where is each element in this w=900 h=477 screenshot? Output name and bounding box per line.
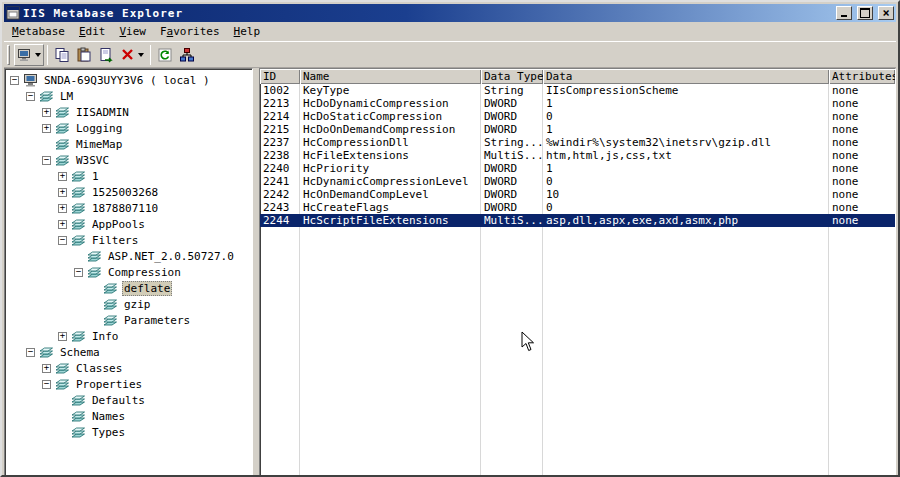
tree-item-label: deflate xyxy=(122,281,172,296)
collapse-icon[interactable] xyxy=(10,76,19,85)
menu-label: dit xyxy=(86,25,106,38)
tree-item-schema[interactable]: Schema xyxy=(6,344,252,360)
column-header-attributes[interactable]: Attributes xyxy=(829,69,895,84)
title-bar[interactable]: IIS Metabase Explorer xyxy=(4,4,896,22)
tree-item-lm[interactable]: LM xyxy=(6,88,252,104)
collapse-icon[interactable] xyxy=(26,92,35,101)
table-row[interactable]: 2215HcDoOnDemandCompressionDWORD1none xyxy=(260,123,895,136)
menu-label: F xyxy=(160,25,167,38)
cell-id: 2215 xyxy=(260,123,300,136)
close-button[interactable] xyxy=(878,6,894,20)
expand-icon[interactable] xyxy=(58,204,67,213)
tree-item-1[interactable]: 1 xyxy=(6,168,252,184)
cell-name: HcFileExtensions xyxy=(300,149,481,162)
collapse-icon[interactable] xyxy=(42,380,51,389)
delete-button[interactable] xyxy=(117,44,147,66)
tree-item-label: gzip xyxy=(122,298,153,311)
tree-item-compression[interactable]: Compression xyxy=(6,264,252,280)
table-row[interactable]: 2214HcDoStaticCompressionDWORD0none xyxy=(260,110,895,123)
tree-item-label: 1 xyxy=(90,170,101,183)
tree-item-parameters[interactable]: Parameters xyxy=(6,312,252,328)
tree-item-apppools[interactable]: AppPools xyxy=(6,216,252,232)
expand-icon[interactable] xyxy=(58,172,67,181)
table-row[interactable]: 2242HcOnDemandCompLevelDWORD10none xyxy=(260,188,895,201)
expand-icon[interactable] xyxy=(42,124,51,133)
cell-attributes: none xyxy=(829,214,895,227)
tree-item-classes[interactable]: Classes xyxy=(6,360,252,376)
collapse-icon[interactable] xyxy=(58,236,67,245)
tree-item-aspnet[interactable]: ASP.NET_2.0.50727.0 xyxy=(6,248,252,264)
toolbar-grip[interactable] xyxy=(7,45,10,65)
cell-data: 0 xyxy=(543,110,829,123)
expand-icon[interactable] xyxy=(58,188,67,197)
tree-item-deflate[interactable]: deflate xyxy=(6,280,252,296)
table-row[interactable]: 1002KeyTypeStringIIsCompressionSchemenon… xyxy=(260,84,895,97)
metabase-tree: SNDA-69Q3UYY3V6 ( local ) LM IISADMIN Lo… xyxy=(4,68,253,477)
collapse-icon[interactable] xyxy=(26,348,35,357)
tree-item-filters[interactable]: Filters xyxy=(6,232,252,248)
cell-name: HcDoStaticCompression xyxy=(300,110,481,123)
table-row[interactable]: 2241HcDynamicCompressionLevelDWORD0none xyxy=(260,175,895,188)
tree-item-defaults[interactable]: Defaults xyxy=(6,392,252,408)
table-row[interactable]: 2238HcFileExtensionsMultiS...htm,html,js… xyxy=(260,149,895,162)
tree-item-gzip[interactable]: gzip xyxy=(6,296,252,312)
cell-attributes: none xyxy=(829,136,895,149)
tree-item-info[interactable]: Info xyxy=(6,328,252,344)
cell-data: 0 xyxy=(543,175,829,188)
table-row[interactable]: 2240HcPriorityDWORD1none xyxy=(260,162,895,175)
cell-data: IIsCompressionScheme xyxy=(543,84,829,97)
column-header-data[interactable]: Data xyxy=(543,69,829,84)
tree-item-mimemap[interactable]: MimeMap xyxy=(6,136,252,152)
db-icon xyxy=(55,153,71,167)
menu-label: vorites xyxy=(173,25,219,38)
column-header-data-type[interactable]: Data Type xyxy=(481,69,543,84)
expand-icon[interactable] xyxy=(42,108,51,117)
table-row[interactable]: 2213HcDoDynamicCompressionDWORD1none xyxy=(260,97,895,110)
column-header-name[interactable]: Name xyxy=(300,69,481,84)
refresh-button[interactable] xyxy=(154,44,176,66)
computer-icon xyxy=(23,73,39,87)
table-row-selected[interactable]: 2244HcScriptFileExtensionsMultiS...asp,d… xyxy=(260,214,895,227)
expand-icon[interactable] xyxy=(42,364,51,373)
db-icon xyxy=(87,249,103,263)
menu-edit[interactable]: Edit xyxy=(72,23,113,41)
cell-id: 2214 xyxy=(260,110,300,123)
expand-icon[interactable] xyxy=(58,332,67,341)
connect-button[interactable] xyxy=(14,44,44,66)
menu-view[interactable]: View xyxy=(112,23,153,41)
collapse-icon[interactable] xyxy=(42,156,51,165)
tree-item-logging[interactable]: Logging xyxy=(6,120,252,136)
db-icon xyxy=(55,137,71,151)
cell-data-type: String xyxy=(481,84,543,97)
expand-icon[interactable] xyxy=(58,220,67,229)
menu-help[interactable]: Help xyxy=(227,23,268,41)
collapse-icon[interactable] xyxy=(74,268,83,277)
copy-button[interactable] xyxy=(51,44,73,66)
menu-metabase[interactable]: Metabase xyxy=(5,23,72,41)
maximize-button[interactable] xyxy=(857,6,873,20)
tree-item-label: Logging xyxy=(74,122,124,135)
table-row[interactable]: 2243HcCreateFlagsDWORD0none xyxy=(260,201,895,214)
menu-label: etabase xyxy=(19,25,65,38)
cell-data: htm,html,js,css,txt xyxy=(543,149,829,162)
minimize-button[interactable] xyxy=(836,6,852,20)
paste-button[interactable] xyxy=(73,44,95,66)
tree-item-1878807110[interactable]: 1878807110 xyxy=(6,200,252,216)
cell-name: HcDynamicCompressionLevel xyxy=(300,175,481,188)
network-button[interactable] xyxy=(176,44,198,66)
tree-item-1525003268[interactable]: 1525003268 xyxy=(6,184,252,200)
paste-icon xyxy=(76,47,92,63)
cell-data-type: String... xyxy=(481,136,543,149)
table-row[interactable]: 2237HcCompressionDllString...%windir%\sy… xyxy=(260,136,895,149)
db-icon xyxy=(39,89,55,103)
tree-item-types[interactable]: Types xyxy=(6,424,252,440)
tree-item-properties[interactable]: Properties xyxy=(6,376,252,392)
menu-favorites[interactable]: Favorites xyxy=(153,23,227,41)
cell-data-type: DWORD xyxy=(481,110,543,123)
tree-item-w3svc[interactable]: W3SVC xyxy=(6,152,252,168)
tree-item-names[interactable]: Names xyxy=(6,408,252,424)
tree-item-iisadmin[interactable]: IISADMIN xyxy=(6,104,252,120)
tree-item-root[interactable]: SNDA-69Q3UYY3V6 ( local ) xyxy=(6,72,252,88)
export-button[interactable] xyxy=(95,44,117,66)
column-header-id[interactable]: ID xyxy=(260,69,300,84)
